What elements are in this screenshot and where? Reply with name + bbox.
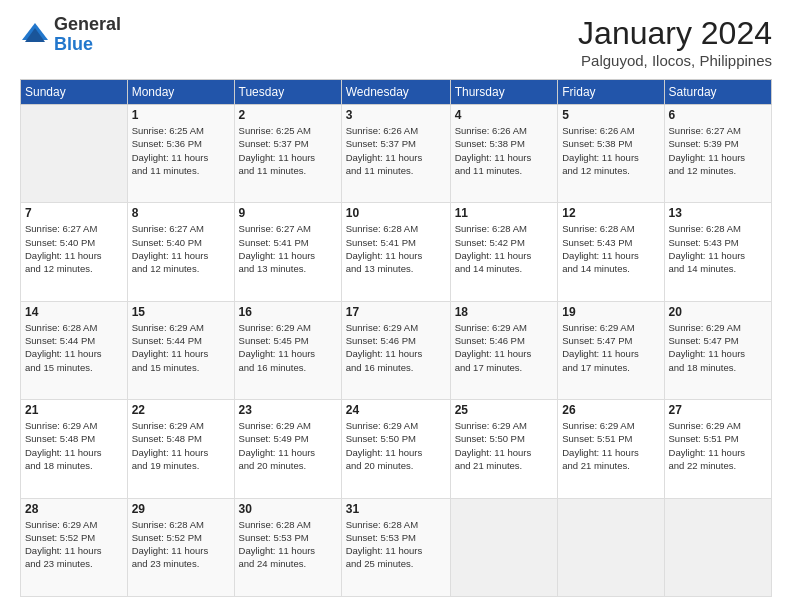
calendar-cell: 26Sunrise: 6:29 AMSunset: 5:51 PMDayligh… [558,400,664,498]
calendar-week-row: 1Sunrise: 6:25 AMSunset: 5:36 PMDaylight… [21,105,772,203]
day-info: Sunrise: 6:29 AMSunset: 5:48 PMDaylight:… [25,419,123,472]
day-info: Sunrise: 6:27 AMSunset: 5:40 PMDaylight:… [25,222,123,275]
day-info: Sunrise: 6:28 AMSunset: 5:43 PMDaylight:… [562,222,659,275]
calendar-cell [558,498,664,596]
day-info: Sunrise: 6:29 AMSunset: 5:48 PMDaylight:… [132,419,230,472]
calendar-cell [21,105,128,203]
calendar-cell: 10Sunrise: 6:28 AMSunset: 5:41 PMDayligh… [341,203,450,301]
day-number: 29 [132,502,230,516]
day-info: Sunrise: 6:28 AMSunset: 5:43 PMDaylight:… [669,222,767,275]
day-info: Sunrise: 6:28 AMSunset: 5:42 PMDaylight:… [455,222,554,275]
calendar-cell: 21Sunrise: 6:29 AMSunset: 5:48 PMDayligh… [21,400,128,498]
day-info: Sunrise: 6:25 AMSunset: 5:36 PMDaylight:… [132,124,230,177]
day-number: 10 [346,206,446,220]
day-number: 24 [346,403,446,417]
day-info: Sunrise: 6:26 AMSunset: 5:37 PMDaylight:… [346,124,446,177]
day-header-saturday: Saturday [664,80,771,105]
logo-text: General Blue [54,15,121,55]
calendar-cell: 9Sunrise: 6:27 AMSunset: 5:41 PMDaylight… [234,203,341,301]
day-number: 22 [132,403,230,417]
calendar-cell: 12Sunrise: 6:28 AMSunset: 5:43 PMDayligh… [558,203,664,301]
calendar-cell: 23Sunrise: 6:29 AMSunset: 5:49 PMDayligh… [234,400,341,498]
day-header-monday: Monday [127,80,234,105]
day-info: Sunrise: 6:29 AMSunset: 5:44 PMDaylight:… [132,321,230,374]
day-info: Sunrise: 6:25 AMSunset: 5:37 PMDaylight:… [239,124,337,177]
day-info: Sunrise: 6:29 AMSunset: 5:46 PMDaylight:… [346,321,446,374]
calendar-cell: 4Sunrise: 6:26 AMSunset: 5:38 PMDaylight… [450,105,558,203]
day-number: 15 [132,305,230,319]
day-number: 1 [132,108,230,122]
calendar-cell: 24Sunrise: 6:29 AMSunset: 5:50 PMDayligh… [341,400,450,498]
day-header-thursday: Thursday [450,80,558,105]
day-header-friday: Friday [558,80,664,105]
day-info: Sunrise: 6:26 AMSunset: 5:38 PMDaylight:… [562,124,659,177]
calendar-cell: 13Sunrise: 6:28 AMSunset: 5:43 PMDayligh… [664,203,771,301]
day-number: 11 [455,206,554,220]
calendar-cell: 5Sunrise: 6:26 AMSunset: 5:38 PMDaylight… [558,105,664,203]
day-number: 13 [669,206,767,220]
day-header-wednesday: Wednesday [341,80,450,105]
logo-general-text: General [54,15,121,35]
calendar-cell: 25Sunrise: 6:29 AMSunset: 5:50 PMDayligh… [450,400,558,498]
day-number: 4 [455,108,554,122]
logo-blue-text: Blue [54,35,121,55]
day-number: 8 [132,206,230,220]
day-number: 2 [239,108,337,122]
month-title: January 2024 [578,15,772,52]
calendar-cell [664,498,771,596]
day-info: Sunrise: 6:28 AMSunset: 5:41 PMDaylight:… [346,222,446,275]
calendar-cell: 29Sunrise: 6:28 AMSunset: 5:52 PMDayligh… [127,498,234,596]
day-number: 27 [669,403,767,417]
day-header-tuesday: Tuesday [234,80,341,105]
day-info: Sunrise: 6:28 AMSunset: 5:52 PMDaylight:… [132,518,230,571]
calendar-cell: 17Sunrise: 6:29 AMSunset: 5:46 PMDayligh… [341,301,450,399]
day-info: Sunrise: 6:29 AMSunset: 5:51 PMDaylight:… [669,419,767,472]
calendar-cell: 22Sunrise: 6:29 AMSunset: 5:48 PMDayligh… [127,400,234,498]
day-info: Sunrise: 6:29 AMSunset: 5:50 PMDaylight:… [346,419,446,472]
calendar-cell: 14Sunrise: 6:28 AMSunset: 5:44 PMDayligh… [21,301,128,399]
day-info: Sunrise: 6:29 AMSunset: 5:49 PMDaylight:… [239,419,337,472]
day-info: Sunrise: 6:29 AMSunset: 5:45 PMDaylight:… [239,321,337,374]
location-title: Palguyod, Ilocos, Philippines [578,52,772,69]
day-number: 3 [346,108,446,122]
calendar-cell: 7Sunrise: 6:27 AMSunset: 5:40 PMDaylight… [21,203,128,301]
day-number: 14 [25,305,123,319]
day-number: 9 [239,206,337,220]
day-info: Sunrise: 6:29 AMSunset: 5:47 PMDaylight:… [562,321,659,374]
calendar-cell: 18Sunrise: 6:29 AMSunset: 5:46 PMDayligh… [450,301,558,399]
day-number: 23 [239,403,337,417]
day-number: 25 [455,403,554,417]
title-block: January 2024 Palguyod, Ilocos, Philippin… [578,15,772,69]
day-info: Sunrise: 6:27 AMSunset: 5:40 PMDaylight:… [132,222,230,275]
calendar-cell: 11Sunrise: 6:28 AMSunset: 5:42 PMDayligh… [450,203,558,301]
day-info: Sunrise: 6:28 AMSunset: 5:53 PMDaylight:… [346,518,446,571]
calendar-table: SundayMondayTuesdayWednesdayThursdayFrid… [20,79,772,597]
day-number: 5 [562,108,659,122]
day-number: 12 [562,206,659,220]
day-number: 30 [239,502,337,516]
calendar-cell: 28Sunrise: 6:29 AMSunset: 5:52 PMDayligh… [21,498,128,596]
calendar-cell: 1Sunrise: 6:25 AMSunset: 5:36 PMDaylight… [127,105,234,203]
calendar-cell: 6Sunrise: 6:27 AMSunset: 5:39 PMDaylight… [664,105,771,203]
day-info: Sunrise: 6:29 AMSunset: 5:51 PMDaylight:… [562,419,659,472]
day-number: 17 [346,305,446,319]
calendar-week-row: 14Sunrise: 6:28 AMSunset: 5:44 PMDayligh… [21,301,772,399]
day-number: 28 [25,502,123,516]
calendar-cell: 20Sunrise: 6:29 AMSunset: 5:47 PMDayligh… [664,301,771,399]
day-info: Sunrise: 6:28 AMSunset: 5:44 PMDaylight:… [25,321,123,374]
logo: General Blue [20,15,121,55]
day-number: 19 [562,305,659,319]
day-number: 26 [562,403,659,417]
day-info: Sunrise: 6:26 AMSunset: 5:38 PMDaylight:… [455,124,554,177]
calendar-header-row: SundayMondayTuesdayWednesdayThursdayFrid… [21,80,772,105]
page: General Blue January 2024 Palguyod, Iloc… [0,0,792,612]
day-info: Sunrise: 6:27 AMSunset: 5:41 PMDaylight:… [239,222,337,275]
calendar-cell: 31Sunrise: 6:28 AMSunset: 5:53 PMDayligh… [341,498,450,596]
calendar-cell: 8Sunrise: 6:27 AMSunset: 5:40 PMDaylight… [127,203,234,301]
day-info: Sunrise: 6:28 AMSunset: 5:53 PMDaylight:… [239,518,337,571]
calendar-cell: 2Sunrise: 6:25 AMSunset: 5:37 PMDaylight… [234,105,341,203]
calendar-cell [450,498,558,596]
calendar-cell: 3Sunrise: 6:26 AMSunset: 5:37 PMDaylight… [341,105,450,203]
day-number: 7 [25,206,123,220]
calendar-week-row: 7Sunrise: 6:27 AMSunset: 5:40 PMDaylight… [21,203,772,301]
